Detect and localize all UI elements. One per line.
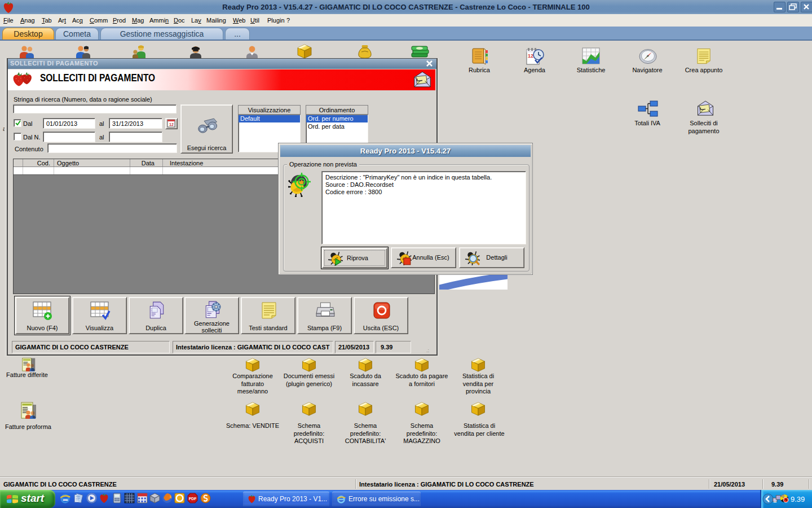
- svg-text:12: 12: [528, 53, 533, 59]
- svg-text:PDF: PDF: [189, 497, 197, 501]
- svg-text:12: 12: [169, 122, 174, 126]
